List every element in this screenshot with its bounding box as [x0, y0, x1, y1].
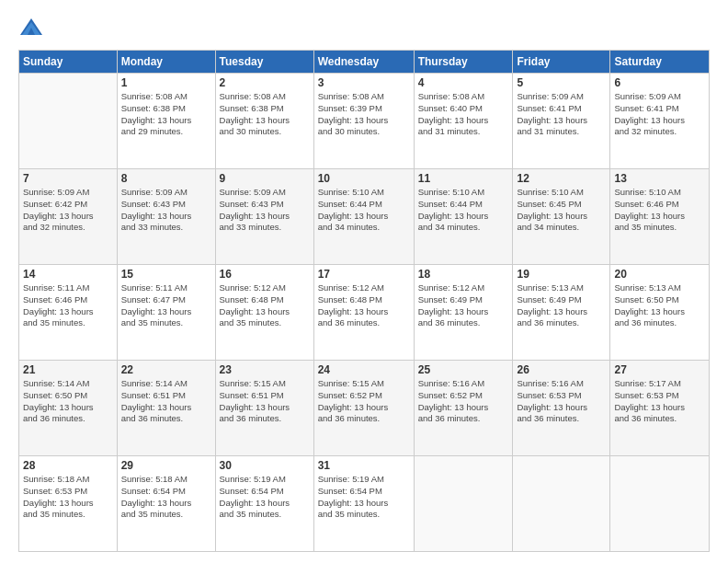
cell-date-number: 11	[418, 172, 509, 185]
calendar-week-4: 21Sunrise: 5:14 AM Sunset: 6:50 PM Dayli…	[19, 361, 710, 456]
header-row: SundayMondayTuesdayWednesdayThursdayFrid…	[19, 51, 710, 74]
cell-date-number: 28	[23, 459, 113, 472]
calendar-cell: 27Sunrise: 5:17 AM Sunset: 6:53 PM Dayli…	[610, 361, 710, 456]
cell-info: Sunrise: 5:13 AM Sunset: 6:49 PM Dayligh…	[517, 282, 606, 329]
calendar-cell: 12Sunrise: 5:10 AM Sunset: 6:45 PM Dayli…	[513, 169, 610, 265]
calendar-table: SundayMondayTuesdayWednesdayThursdayFrid…	[18, 50, 710, 552]
cell-info: Sunrise: 5:11 AM Sunset: 6:47 PM Dayligh…	[121, 282, 211, 329]
cell-info: Sunrise: 5:12 AM Sunset: 6:49 PM Dayligh…	[418, 282, 509, 329]
header-day-saturday: Saturday	[610, 51, 710, 74]
calendar-body: 1Sunrise: 5:08 AM Sunset: 6:38 PM Daylig…	[19, 74, 710, 552]
cell-info: Sunrise: 5:12 AM Sunset: 6:48 PM Dayligh…	[220, 282, 310, 329]
cell-info: Sunrise: 5:09 AM Sunset: 6:41 PM Dayligh…	[517, 91, 606, 138]
calendar-cell: 13Sunrise: 5:10 AM Sunset: 6:46 PM Dayli…	[610, 169, 710, 265]
calendar-cell: 21Sunrise: 5:14 AM Sunset: 6:50 PM Dayli…	[19, 361, 118, 456]
cell-info: Sunrise: 5:15 AM Sunset: 6:52 PM Dayligh…	[318, 378, 410, 425]
cell-date-number: 19	[517, 268, 606, 281]
calendar-cell: 22Sunrise: 5:14 AM Sunset: 6:51 PM Dayli…	[117, 361, 215, 456]
cell-info: Sunrise: 5:10 AM Sunset: 6:46 PM Dayligh…	[614, 187, 705, 234]
cell-info: Sunrise: 5:16 AM Sunset: 6:53 PM Dayligh…	[517, 378, 606, 425]
calendar-week-1: 1Sunrise: 5:08 AM Sunset: 6:38 PM Daylig…	[19, 74, 710, 169]
cell-date-number: 21	[23, 363, 113, 376]
calendar-cell: 6Sunrise: 5:09 AM Sunset: 6:41 PM Daylig…	[610, 74, 710, 169]
cell-date-number: 1	[121, 76, 211, 89]
header-day-monday: Monday	[117, 51, 215, 74]
cell-info: Sunrise: 5:15 AM Sunset: 6:51 PM Dayligh…	[220, 378, 310, 425]
cell-info: Sunrise: 5:19 AM Sunset: 6:54 PM Dayligh…	[220, 474, 310, 521]
cell-info: Sunrise: 5:09 AM Sunset: 6:41 PM Dayligh…	[614, 91, 705, 138]
calendar-cell: 28Sunrise: 5:18 AM Sunset: 6:53 PM Dayli…	[19, 456, 118, 552]
cell-info: Sunrise: 5:11 AM Sunset: 6:46 PM Dayligh…	[23, 282, 113, 329]
cell-info: Sunrise: 5:10 AM Sunset: 6:44 PM Dayligh…	[318, 187, 410, 234]
cell-info: Sunrise: 5:08 AM Sunset: 6:38 PM Dayligh…	[121, 91, 211, 138]
cell-date-number: 4	[418, 76, 509, 89]
calendar-cell: 4Sunrise: 5:08 AM Sunset: 6:40 PM Daylig…	[414, 74, 513, 169]
calendar-cell: 8Sunrise: 5:09 AM Sunset: 6:43 PM Daylig…	[117, 169, 215, 265]
calendar-cell: 24Sunrise: 5:15 AM Sunset: 6:52 PM Dayli…	[313, 361, 414, 456]
cell-date-number: 14	[23, 268, 113, 281]
cell-date-number: 27	[614, 363, 705, 376]
header-day-tuesday: Tuesday	[215, 51, 313, 74]
cell-date-number: 3	[318, 76, 410, 89]
cell-info: Sunrise: 5:09 AM Sunset: 6:42 PM Dayligh…	[23, 187, 113, 234]
cell-date-number: 15	[121, 268, 211, 281]
header-day-sunday: Sunday	[19, 51, 118, 74]
cell-date-number: 20	[614, 268, 705, 281]
cell-info: Sunrise: 5:18 AM Sunset: 6:54 PM Dayligh…	[121, 474, 211, 521]
cell-date-number: 16	[220, 268, 310, 281]
cell-info: Sunrise: 5:09 AM Sunset: 6:43 PM Dayligh…	[121, 187, 211, 234]
calendar-cell: 29Sunrise: 5:18 AM Sunset: 6:54 PM Dayli…	[117, 456, 215, 552]
cell-date-number: 12	[517, 172, 606, 185]
page: SundayMondayTuesdayWednesdayThursdayFrid…	[0, 0, 728, 563]
calendar-cell: 18Sunrise: 5:12 AM Sunset: 6:49 PM Dayli…	[414, 265, 513, 361]
calendar-cell: 19Sunrise: 5:13 AM Sunset: 6:49 PM Dayli…	[513, 265, 610, 361]
cell-info: Sunrise: 5:10 AM Sunset: 6:44 PM Dayligh…	[418, 187, 509, 234]
cell-date-number: 10	[318, 172, 410, 185]
calendar-cell	[414, 456, 513, 552]
calendar-week-3: 14Sunrise: 5:11 AM Sunset: 6:46 PM Dayli…	[19, 265, 710, 361]
cell-date-number: 22	[121, 363, 211, 376]
cell-info: Sunrise: 5:19 AM Sunset: 6:54 PM Dayligh…	[318, 474, 410, 521]
header	[18, 15, 710, 40]
calendar-cell: 9Sunrise: 5:09 AM Sunset: 6:43 PM Daylig…	[215, 169, 313, 265]
calendar-cell	[610, 456, 710, 552]
header-day-wednesday: Wednesday	[313, 51, 414, 74]
cell-info: Sunrise: 5:08 AM Sunset: 6:40 PM Dayligh…	[418, 91, 509, 138]
cell-date-number: 7	[23, 172, 113, 185]
calendar-cell: 11Sunrise: 5:10 AM Sunset: 6:44 PM Dayli…	[414, 169, 513, 265]
cell-info: Sunrise: 5:09 AM Sunset: 6:43 PM Dayligh…	[220, 187, 310, 234]
cell-date-number: 23	[220, 363, 310, 376]
cell-date-number: 26	[517, 363, 606, 376]
calendar-cell: 23Sunrise: 5:15 AM Sunset: 6:51 PM Dayli…	[215, 361, 313, 456]
cell-date-number: 25	[418, 363, 509, 376]
header-day-thursday: Thursday	[414, 51, 513, 74]
cell-date-number: 5	[517, 76, 606, 89]
calendar-cell: 15Sunrise: 5:11 AM Sunset: 6:47 PM Dayli…	[117, 265, 215, 361]
calendar-cell	[513, 456, 610, 552]
calendar-week-2: 7Sunrise: 5:09 AM Sunset: 6:42 PM Daylig…	[19, 169, 710, 265]
calendar-cell: 26Sunrise: 5:16 AM Sunset: 6:53 PM Dayli…	[513, 361, 610, 456]
header-day-friday: Friday	[513, 51, 610, 74]
cell-info: Sunrise: 5:08 AM Sunset: 6:38 PM Dayligh…	[220, 91, 310, 138]
calendar-cell: 2Sunrise: 5:08 AM Sunset: 6:38 PM Daylig…	[215, 74, 313, 169]
calendar-cell: 20Sunrise: 5:13 AM Sunset: 6:50 PM Dayli…	[610, 265, 710, 361]
cell-date-number: 30	[220, 459, 310, 472]
calendar-cell: 5Sunrise: 5:09 AM Sunset: 6:41 PM Daylig…	[513, 74, 610, 169]
calendar-header: SundayMondayTuesdayWednesdayThursdayFrid…	[19, 51, 710, 74]
cell-info: Sunrise: 5:16 AM Sunset: 6:52 PM Dayligh…	[418, 378, 509, 425]
calendar-cell: 25Sunrise: 5:16 AM Sunset: 6:52 PM Dayli…	[414, 361, 513, 456]
calendar-cell: 10Sunrise: 5:10 AM Sunset: 6:44 PM Dayli…	[313, 169, 414, 265]
cell-info: Sunrise: 5:18 AM Sunset: 6:53 PM Dayligh…	[23, 474, 113, 521]
calendar-cell: 30Sunrise: 5:19 AM Sunset: 6:54 PM Dayli…	[215, 456, 313, 552]
cell-info: Sunrise: 5:12 AM Sunset: 6:48 PM Dayligh…	[318, 282, 410, 329]
cell-date-number: 24	[318, 363, 410, 376]
cell-date-number: 2	[220, 76, 310, 89]
logo	[18, 15, 48, 40]
calendar-cell: 16Sunrise: 5:12 AM Sunset: 6:48 PM Dayli…	[215, 265, 313, 361]
cell-info: Sunrise: 5:14 AM Sunset: 6:51 PM Dayligh…	[121, 378, 211, 425]
cell-date-number: 17	[318, 268, 410, 281]
cell-date-number: 6	[614, 76, 705, 89]
cell-info: Sunrise: 5:08 AM Sunset: 6:39 PM Dayligh…	[318, 91, 410, 138]
cell-info: Sunrise: 5:10 AM Sunset: 6:45 PM Dayligh…	[517, 187, 606, 234]
calendar-week-5: 28Sunrise: 5:18 AM Sunset: 6:53 PM Dayli…	[19, 456, 710, 552]
